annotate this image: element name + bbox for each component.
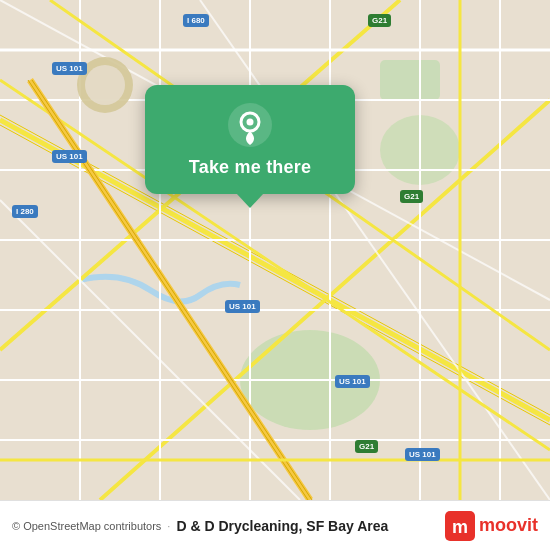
popup-card: Take me there [145, 85, 355, 194]
map-svg [0, 0, 550, 500]
highway-badge-g21-3: G21 [355, 440, 378, 453]
highway-badge-us101-4: US 101 [335, 375, 370, 388]
svg-point-36 [247, 119, 254, 126]
svg-rect-3 [380, 60, 440, 100]
svg-point-33 [85, 65, 125, 105]
bottom-left-section: © OpenStreetMap contributors · D & D Dry… [12, 518, 388, 534]
moovit-icon: m [445, 511, 475, 541]
highway-badge-g21-2: G21 [400, 190, 423, 203]
location-pin-icon [228, 103, 272, 147]
highway-badge-us101-2: US 101 [52, 150, 87, 163]
highway-badge-us101-1: US 101 [52, 62, 87, 75]
take-me-there-button[interactable]: Take me there [189, 157, 311, 178]
map-container: US 101 I 680 I 280 G21 G21 G21 US 101 US… [0, 0, 550, 500]
highway-badge-g21-1: G21 [368, 14, 391, 27]
moovit-text-label: moovit [479, 515, 538, 536]
highway-badge-us101-3: US 101 [225, 300, 260, 313]
highway-badge-i680: I 680 [183, 14, 209, 27]
highway-badge-i280: I 280 [12, 205, 38, 218]
bottom-bar: © OpenStreetMap contributors · D & D Dry… [0, 500, 550, 550]
svg-text:m: m [452, 517, 468, 537]
highway-badge-us101-5: US 101 [405, 448, 440, 461]
separator: · [167, 520, 170, 532]
moovit-logo: m moovit [445, 511, 538, 541]
attribution-text: © OpenStreetMap contributors [12, 520, 161, 532]
place-name: D & D Drycleaning, SF Bay Area [176, 518, 388, 534]
